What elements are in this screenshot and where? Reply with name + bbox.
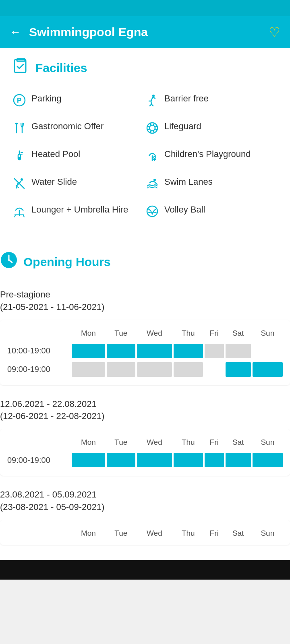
schedule-table-3: Mon Tue Wed Thu Fri Sat Sun <box>6 526 284 542</box>
facilities-section-header: Facilities <box>12 48 278 84</box>
svg-line-33 <box>23 215 24 217</box>
playground-label: Children's Playground <box>164 149 251 160</box>
bottom-bar <box>0 560 290 580</box>
svg-line-32 <box>14 215 15 217</box>
parking-label: Parking <box>31 93 62 105</box>
bar-2-sat <box>225 360 252 379</box>
thu-header-3: Thu <box>173 526 204 542</box>
clock-icon <box>0 251 18 272</box>
tue-header-2: Tue <box>106 436 136 451</box>
schedule-1: Mon Tue Wed Thu Fri Sat Sun 10:00-19:00 <box>0 320 290 385</box>
bar-1-mon <box>71 342 106 360</box>
bar-2-mon <box>71 360 106 379</box>
bar-1-sat <box>225 342 252 360</box>
facility-parking: P Parking <box>12 87 145 115</box>
sun-header-3: Sun <box>252 526 284 542</box>
time-col-header-2 <box>6 436 71 451</box>
bar-1-fri <box>204 342 225 360</box>
lifeguard-label: Lifeguard <box>164 121 201 132</box>
bar-1-sun <box>252 342 284 360</box>
tue-header: Tue <box>106 326 136 342</box>
volleyball-label: Volley Ball <box>164 204 205 216</box>
bar-p2-sun <box>252 451 284 469</box>
sun-header-2: Sun <box>252 436 284 451</box>
page-title: Swimmingpool Egna <box>29 25 261 39</box>
water-slide-icon <box>12 177 27 193</box>
svg-point-34 <box>147 206 157 217</box>
mon-header-3: Mon <box>71 526 106 542</box>
facilities-grid: P Parking Barrier free <box>12 84 278 229</box>
facility-volleyball: Volley Ball <box>145 198 278 226</box>
gastronomic-icon <box>12 122 27 137</box>
bar-2-sun <box>252 360 284 379</box>
lounger-icon <box>12 205 27 221</box>
bar-p2-sat <box>225 451 252 469</box>
wed-header-3: Wed <box>136 526 173 542</box>
main-content: Facilities P Parking <box>0 48 290 242</box>
parking-icon: P <box>12 94 27 109</box>
wed-header: Wed <box>136 326 173 342</box>
period-2-label: 12.06.2021 - 22.08.2021 (12-06-2021 - 22… <box>0 388 290 429</box>
sat-header-2: Sat <box>225 436 252 451</box>
schedule-3: Mon Tue Wed Thu Fri Sat Sun <box>0 520 290 545</box>
period-3-label: 23.08.2021 - 05.09.2021 (23-08-2021 - 05… <box>0 479 290 520</box>
fri-header-2: Fri <box>204 436 225 451</box>
facility-playground: Children's Playground <box>145 143 278 171</box>
svg-rect-31 <box>14 214 24 215</box>
heated-pool-label: Heated Pool <box>31 149 80 160</box>
bar-1-thu <box>173 342 204 360</box>
facility-lounger: Lounger + Umbrella Hire <box>12 198 145 226</box>
bar-2-wed <box>136 360 173 379</box>
bar-p2-thu <box>173 451 204 469</box>
bar-2-fri <box>204 360 225 379</box>
bar-1-tue <box>106 342 136 360</box>
svg-point-4 <box>152 95 155 97</box>
time-1-2: 09:00-19:00 <box>6 360 71 379</box>
svg-point-29 <box>153 179 156 181</box>
bar-2-thu <box>173 360 204 379</box>
barrier-free-icon <box>145 94 160 109</box>
wed-header-2: Wed <box>136 436 173 451</box>
thu-header-2: Thu <box>173 436 204 451</box>
opening-hours-header: Opening Hours <box>0 242 290 279</box>
bar-p2-mon <box>71 451 106 469</box>
fri-header-3: Fri <box>204 526 225 542</box>
schedule-header-3: Mon Tue Wed Thu Fri Sat Sun <box>6 526 284 542</box>
bar-2-tue <box>106 360 136 379</box>
period-3: 23.08.2021 - 05.09.2021 (23-08-2021 - 05… <box>0 479 290 545</box>
back-button[interactable]: ← <box>10 26 21 39</box>
playground-icon <box>145 149 160 165</box>
favorite-button[interactable]: ♡ <box>269 25 280 40</box>
facility-gastronomic: Gastronomic Offer <box>12 115 145 143</box>
fri-header: Fri <box>204 326 225 342</box>
mon-header: Mon <box>71 326 106 342</box>
facility-heated-pool: Heated Pool <box>12 143 145 171</box>
water-slide-label: Water Slide <box>31 176 77 188</box>
lounger-label: Lounger + Umbrella Hire <box>31 204 128 216</box>
svg-text:P: P <box>17 97 21 104</box>
svg-point-8 <box>147 123 157 133</box>
svg-point-9 <box>149 125 155 131</box>
thu-header: Thu <box>173 326 204 342</box>
schedule-row-2-1: 09:00-19:00 <box>6 451 284 469</box>
swim-lanes-label: Swim Lanes <box>164 176 213 188</box>
bar-p2-tue <box>106 451 136 469</box>
opening-hours-section: Opening Hours Pre-stagione (21-05-2021 -… <box>0 242 290 560</box>
mon-header-2: Mon <box>71 436 106 451</box>
schedule-header-2: Mon Tue Wed Thu Fri Sat Sun <box>6 436 284 451</box>
opening-hours-title: Opening Hours <box>23 255 111 269</box>
time-1-1: 10:00-19:00 <box>6 342 71 360</box>
period-1-label: Pre-stagione (21-05-2021 - 11-06-2021) <box>0 279 290 320</box>
sun-header: Sun <box>252 326 284 342</box>
heated-pool-icon <box>12 149 27 165</box>
svg-point-39 <box>8 259 10 261</box>
time-col-header <box>6 326 71 342</box>
swim-lanes-icon <box>145 177 160 193</box>
facility-swim-lanes: Swim Lanes <box>145 171 278 198</box>
sat-header-3: Sat <box>225 526 252 542</box>
gastronomic-label: Gastronomic Offer <box>31 121 104 132</box>
status-bar <box>0 0 290 16</box>
bar-p2-fri <box>204 451 225 469</box>
svg-point-27 <box>21 178 23 181</box>
tue-header-3: Tue <box>106 526 136 542</box>
